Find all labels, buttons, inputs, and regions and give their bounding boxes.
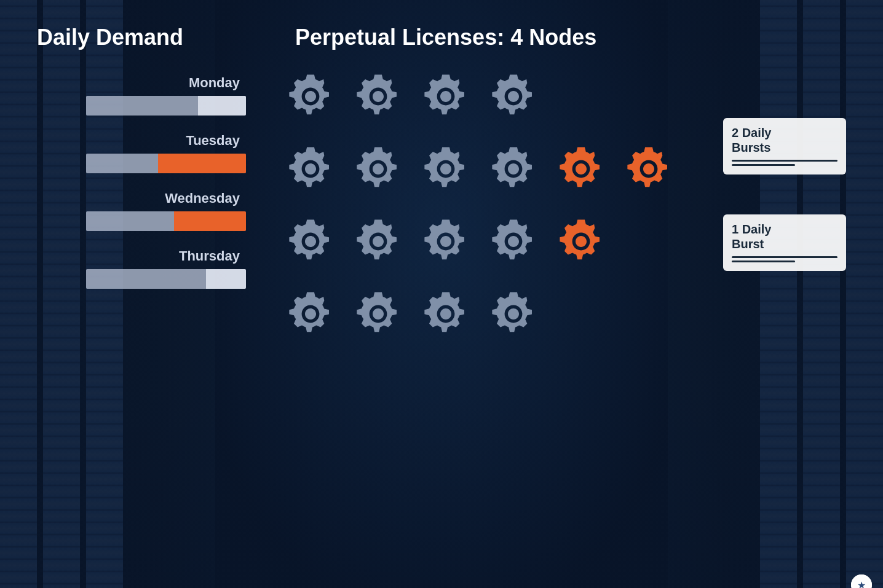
gear-wednesday-4: [486, 214, 541, 269]
gear-monday-4: [486, 69, 541, 124]
main-row: Monday Tuesday Wednesday: [37, 69, 846, 563]
gear-thursday-3: [418, 286, 473, 342]
certs-panel: 2 DailyBursts ★ 1 DailyBurst: [723, 69, 846, 299]
demand-panel: Monday Tuesday Wednesday: [37, 69, 246, 306]
day-label-monday: Monday: [37, 75, 246, 91]
gear-tuesday-2: [350, 141, 406, 197]
gear-monday-2: [350, 69, 406, 124]
bar-base-monday: [86, 96, 198, 116]
bar-burst-monday: [198, 96, 246, 116]
bar-wednesday: [86, 211, 246, 231]
cert-2-line-2: [732, 261, 795, 262]
gear-wednesday-2: [350, 214, 406, 269]
cert-1-label: 2 DailyBursts: [732, 125, 837, 155]
gear-wednesday-burst-1: [553, 214, 609, 269]
gear-monday-1: [283, 69, 338, 124]
gear-tuesday-burst-2: [621, 141, 676, 197]
demand-day-wednesday: Wednesday: [37, 190, 246, 231]
gear-row-tuesday: [283, 141, 705, 197]
cert-2-medal-circle: ★: [851, 574, 872, 588]
cert-2-daily-bursts: 2 DailyBursts ★: [723, 118, 846, 174]
gear-grid-panel: [283, 69, 705, 359]
gear-thursday-1: [283, 286, 338, 342]
day-label-tuesday: Tuesday: [37, 133, 246, 149]
day-label-thursday: Thursday: [37, 248, 246, 264]
gear-monday-3: [418, 69, 473, 124]
perpetual-title: Perpetual Licenses: 4 Nodes: [246, 25, 846, 50]
bar-thursday: [86, 269, 246, 289]
bar-monday: [86, 96, 246, 116]
right-panel: 2 DailyBursts ★ 1 DailyBurst: [246, 69, 846, 359]
gear-tuesday-burst-1: [553, 141, 609, 197]
bar-tuesday: [86, 154, 246, 173]
certificate-1: 2 DailyBursts: [723, 118, 846, 174]
cert-2-line-1: [732, 256, 837, 258]
day-label-wednesday: Wednesday: [37, 190, 246, 206]
demand-day-monday: Monday: [37, 75, 246, 116]
gear-wednesday-1: [283, 214, 338, 269]
gear-tuesday-4: [486, 141, 541, 197]
gear-row-monday: [283, 69, 705, 124]
headers-row: Daily Demand Perpetual Licenses: 4 Nodes: [37, 25, 846, 50]
daily-demand-title: Daily Demand: [37, 25, 246, 50]
gear-thursday-2: [350, 286, 406, 342]
demand-day-thursday: Thursday: [37, 248, 246, 289]
cert-1-line-2: [732, 164, 795, 166]
bar-burst-tuesday: [158, 154, 246, 173]
gear-tuesday-1: [283, 141, 338, 197]
gear-tuesday-3: [418, 141, 473, 197]
bar-base-thursday: [86, 269, 206, 289]
certificate-2: 1 DailyBurst: [723, 214, 846, 271]
gear-row-thursday: [283, 286, 705, 342]
gear-thursday-4: [486, 286, 541, 342]
cert-2-label: 1 DailyBurst: [732, 222, 837, 251]
cert-1-line-1: [732, 160, 837, 162]
cert-1-daily-burst: 1 DailyBurst ★: [723, 214, 846, 271]
star-icon-2: ★: [857, 579, 866, 589]
gear-wednesday-3: [418, 214, 473, 269]
gear-row-wednesday: [283, 214, 705, 269]
bar-burst-wednesday: [174, 211, 246, 231]
cert-2-medal: ★: [851, 574, 872, 588]
demand-day-tuesday: Tuesday: [37, 133, 246, 173]
main-content: Daily Demand Perpetual Licenses: 4 Nodes…: [0, 0, 883, 588]
bar-base-wednesday: [86, 211, 174, 231]
bar-burst-thursday: [206, 269, 246, 289]
bar-base-tuesday: [86, 154, 158, 173]
